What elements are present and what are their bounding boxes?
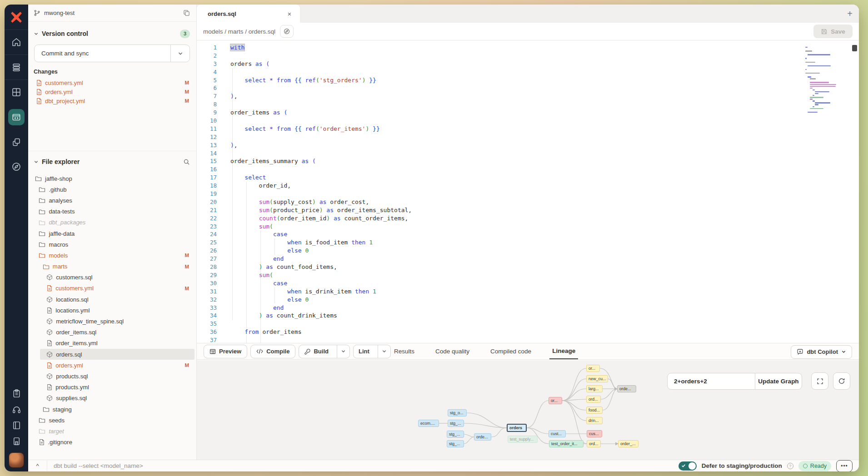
lint-button[interactable]: Lint bbox=[353, 345, 391, 358]
tree-item-label[interactable]: order_items.yml bbox=[55, 340, 97, 347]
tree-item-customers-sql[interactable]: customers.sql bbox=[28, 272, 196, 283]
tab-lineage[interactable]: Lineage bbox=[549, 343, 578, 359]
tree-item-target[interactable]: target bbox=[28, 426, 196, 436]
save-button[interactable]: Save bbox=[813, 25, 853, 38]
preview-label[interactable]: Preview bbox=[219, 348, 241, 355]
build-options-chevron[interactable] bbox=[337, 345, 349, 358]
tree-item-label[interactable]: .gitignore bbox=[48, 439, 72, 446]
code-line[interactable]: case bbox=[230, 230, 786, 238]
code-line[interactable]: order_items_summary as ( bbox=[230, 157, 786, 165]
tree-item-orders-sql[interactable]: orders.sql bbox=[28, 349, 196, 360]
code-line[interactable]: select bbox=[230, 174, 786, 182]
tree-item-label[interactable]: metricflow_time_spine.sql bbox=[56, 318, 124, 325]
code-line[interactable]: order_id, bbox=[230, 182, 786, 190]
tree-item-label[interactable]: customers.sql bbox=[56, 274, 92, 281]
tree-item-supplies-sql[interactable]: supplies.sql bbox=[28, 393, 196, 404]
search-icon[interactable] bbox=[183, 159, 190, 165]
close-icon[interactable]: × bbox=[285, 10, 294, 18]
chevron-down-icon[interactable] bbox=[34, 159, 39, 164]
tree-item--github[interactable]: .github bbox=[28, 184, 196, 195]
orchestration-icon[interactable] bbox=[5, 130, 28, 154]
tree-item-label[interactable]: jaffle-shop bbox=[45, 175, 72, 182]
refresh-icon[interactable] bbox=[833, 372, 850, 390]
lineage-node[interactable]: drin... bbox=[586, 417, 603, 424]
tree-item-label[interactable]: dbt_packages bbox=[49, 219, 85, 226]
commit-and-sync-button[interactable]: Commit and sync bbox=[34, 45, 190, 62]
tree-item-locations-sql[interactable]: locations.sql bbox=[28, 294, 196, 305]
lineage-node[interactable]: food... bbox=[586, 407, 603, 414]
changed-file-name[interactable]: orders.yml bbox=[45, 89, 73, 95]
code-editor-icon[interactable] bbox=[5, 104, 28, 130]
changelog-clipboard-icon[interactable] bbox=[12, 389, 21, 398]
compile-label[interactable]: Compile bbox=[266, 348, 289, 355]
new-tab-button[interactable]: + bbox=[841, 9, 859, 19]
code-line[interactable] bbox=[230, 320, 786, 328]
tree-item-products-yml[interactable]: products.yml bbox=[28, 382, 196, 393]
tree-item-label[interactable]: models bbox=[49, 252, 68, 259]
defer-toggle[interactable] bbox=[678, 461, 697, 471]
help-headset-icon[interactable] bbox=[12, 405, 21, 414]
code-line[interactable]: ) as count_drink_items bbox=[230, 312, 786, 320]
changed-file-row[interactable]: customers.ymlM bbox=[28, 78, 196, 87]
tree-item-metricflow-time-spine-sql[interactable]: metricflow_time_spine.sql bbox=[28, 316, 196, 327]
tree-item-label[interactable]: order_items.sql bbox=[56, 329, 96, 336]
tree-item-locations-yml[interactable]: locations.yml bbox=[28, 305, 196, 316]
code-line[interactable]: end bbox=[230, 255, 786, 263]
code-line[interactable]: case bbox=[230, 279, 786, 288]
copilot-label[interactable]: dbt Copilot bbox=[807, 348, 838, 355]
tree-item-seeds[interactable]: seeds bbox=[28, 415, 196, 426]
tree-item-orders-yml[interactable]: orders.ymlM bbox=[28, 360, 196, 371]
lineage-node[interactable]: stg_o... bbox=[448, 409, 467, 416]
tab-orders-sql[interactable]: orders.sql × bbox=[197, 5, 300, 23]
lint-options-chevron[interactable] bbox=[378, 345, 390, 358]
tab-results[interactable]: Results bbox=[391, 343, 417, 359]
code-line[interactable] bbox=[230, 117, 786, 125]
code-line[interactable] bbox=[230, 336, 786, 343]
changed-file-row[interactable]: orders.ymlM bbox=[28, 87, 196, 96]
preview-button[interactable]: Preview bbox=[204, 345, 247, 358]
tree-item-jaffle-shop[interactable]: jaffle-shop bbox=[28, 173, 196, 184]
code-line[interactable]: from order_items bbox=[230, 328, 786, 336]
lineage-node[interactable]: or... bbox=[586, 365, 600, 372]
lineage-node[interactable]: order_... bbox=[618, 440, 639, 447]
tree-item-label[interactable]: locations.sql bbox=[56, 296, 89, 303]
expand-command-bar-caret[interactable]: ^ bbox=[28, 460, 47, 471]
tab-compiled-code[interactable]: Compiled code bbox=[488, 343, 534, 359]
lineage-node[interactable]: stg_... bbox=[448, 420, 464, 427]
tree-item-label[interactable]: marts bbox=[53, 263, 68, 270]
code-line[interactable]: with bbox=[230, 44, 786, 52]
copy-branch-icon[interactable] bbox=[183, 10, 190, 16]
tree-item-label[interactable]: .github bbox=[49, 186, 66, 193]
tree-item-marts[interactable]: martsM bbox=[28, 261, 196, 272]
code-content[interactable]: withorders as ( select * from {{ ref('st… bbox=[230, 44, 786, 343]
compile-button[interactable]: Compile bbox=[250, 345, 295, 358]
tree-item-label[interactable]: products.sql bbox=[56, 373, 88, 380]
tree-item-order-items-yml[interactable]: order_items.yml bbox=[28, 338, 196, 349]
save-label[interactable]: Save bbox=[831, 28, 845, 35]
code-line[interactable]: when is_drink_item then 1 bbox=[230, 288, 786, 296]
tree-item-analyses[interactable]: analyses bbox=[28, 195, 196, 206]
code-line[interactable]: sum(supply_cost) as order_cost, bbox=[230, 198, 786, 206]
chevron-down-icon[interactable] bbox=[34, 31, 39, 36]
lineage-node[interactable]: orde... bbox=[474, 433, 491, 441]
changed-file-name[interactable]: dbt_project.yml bbox=[45, 98, 85, 104]
tab-title[interactable]: orders.sql bbox=[208, 10, 281, 17]
lineage-node[interactable]: ord... bbox=[587, 440, 601, 447]
tree-item-jaffle-data[interactable]: jaffle-data bbox=[28, 228, 196, 239]
code-line[interactable]: ), bbox=[230, 92, 786, 100]
dbt-logo-icon[interactable] bbox=[5, 5, 28, 30]
code-line[interactable]: sum( bbox=[230, 223, 786, 231]
tree-item-label[interactable]: supplies.sql bbox=[56, 395, 87, 402]
tree-item-customers-yml[interactable]: customers.ymlM bbox=[28, 283, 196, 294]
home-icon[interactable] bbox=[5, 30, 28, 55]
code-line[interactable]: order_items as ( bbox=[230, 109, 786, 117]
lineage-node[interactable]: new_cu... bbox=[586, 375, 608, 382]
lineage-node[interactable]: stg_... bbox=[447, 440, 464, 447]
fullscreen-icon[interactable] bbox=[811, 372, 828, 390]
scrollbar-thumb[interactable] bbox=[852, 45, 857, 51]
tree-item-label[interactable]: products.yml bbox=[55, 384, 89, 391]
tree-item-models[interactable]: modelsM bbox=[28, 250, 196, 261]
code-line[interactable] bbox=[230, 149, 786, 158]
code-line[interactable]: ) as count_food_items, bbox=[230, 263, 786, 271]
code-line[interactable] bbox=[230, 165, 786, 174]
